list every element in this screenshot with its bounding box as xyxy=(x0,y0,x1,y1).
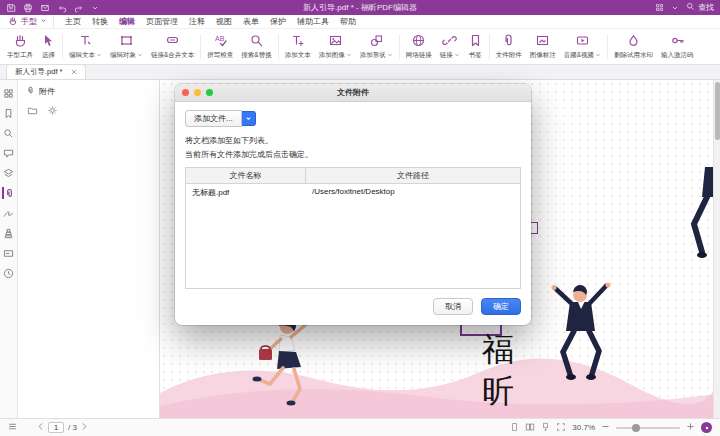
left-navigation-strip xyxy=(0,80,18,418)
close-window-button[interactable] xyxy=(182,89,189,96)
assistant-button[interactable] xyxy=(701,422,712,433)
menu-tab-view[interactable]: 视图 xyxy=(216,16,232,27)
mail-icon[interactable] xyxy=(40,3,50,13)
zoom-slider[interactable] xyxy=(616,427,680,429)
menu-tab-home[interactable]: 主页 xyxy=(65,16,81,27)
continuous-scroll-button[interactable] xyxy=(541,422,550,434)
ribbon-file-attachment[interactable]: 文件附件 xyxy=(492,29,526,64)
ribbon-audio-video[interactable]: 音频&视频 xyxy=(560,29,605,64)
image-annotation-icon xyxy=(535,33,550,49)
ribbon-label: 手型工具 xyxy=(7,51,33,60)
sidebar-comments[interactable] xyxy=(2,147,16,159)
menu-tab-accessibility[interactable]: 辅助工具 xyxy=(297,16,329,27)
document-tab[interactable]: 新人引导.pdf * xyxy=(6,64,86,79)
sidebar-fields[interactable] xyxy=(2,247,16,259)
attachments-panel: 附件 xyxy=(18,80,160,418)
facing-pages-view-button[interactable] xyxy=(525,422,535,434)
ribbon-label: 链接&合并文本 xyxy=(151,51,194,60)
sidebar-stamps[interactable] xyxy=(2,227,16,239)
ribbon-add-shapes[interactable]: 添加形状 xyxy=(356,29,397,64)
ribbon-link[interactable]: 链接 xyxy=(436,29,464,64)
hand-quick-tool[interactable]: 手型 xyxy=(8,16,54,28)
column-header-file-name[interactable]: 文件名称 xyxy=(186,168,306,183)
sidebar-thumbnails[interactable] xyxy=(2,87,16,99)
ribbon-link-merge-text[interactable]: 链接&合并文本 xyxy=(147,29,198,64)
add-shapes-icon xyxy=(369,33,384,49)
dropdown-chevron-icon xyxy=(346,52,352,59)
cancel-button[interactable]: 取消 xyxy=(433,298,473,315)
ribbon-hand-tool[interactable]: 手型工具 xyxy=(3,29,37,64)
next-page-button[interactable] xyxy=(81,422,88,433)
redo-icon[interactable] xyxy=(74,3,84,13)
ribbon-edit-text[interactable]: 编辑文本 xyxy=(65,29,106,64)
table-row[interactable]: 无标题.pdf /Users/foxitnet/Desktop xyxy=(186,184,520,201)
sidebar-signatures[interactable] xyxy=(2,207,16,219)
ribbon-add-image[interactable]: 添加图像 xyxy=(315,29,356,64)
fullscreen-button[interactable] xyxy=(556,422,566,434)
panel-menu-icon[interactable] xyxy=(8,422,17,433)
save-icon[interactable] xyxy=(6,3,16,13)
menu-tab-comment[interactable]: 注释 xyxy=(189,16,205,27)
titlebar-quick-actions xyxy=(6,3,99,13)
ribbon-bookmark[interactable]: 书签 xyxy=(464,29,487,64)
ribbon-web-links[interactable]: 网络链接 xyxy=(402,29,436,64)
previous-page-button[interactable] xyxy=(37,422,44,433)
ribbon-separator xyxy=(489,34,490,59)
window-title: 新人引导.pdf * - 福昕PDF编辑器 xyxy=(0,2,720,13)
sidebar-bookmarks[interactable] xyxy=(2,107,16,119)
zoom-window-button[interactable] xyxy=(206,89,213,96)
scrollbar-thumb[interactable] xyxy=(715,82,720,140)
ok-button[interactable]: 确定 xyxy=(481,298,521,315)
add-file-button[interactable]: 添加文件... xyxy=(185,110,242,127)
page-number-input[interactable]: 1 xyxy=(48,422,64,433)
page-char: 福 xyxy=(482,328,514,370)
minimize-window-button[interactable] xyxy=(194,89,201,96)
paperclip-icon xyxy=(26,86,35,97)
close-tab-icon[interactable] xyxy=(71,68,77,77)
menu-tab-edit[interactable]: 编辑 xyxy=(119,16,135,27)
zoom-level-label[interactable]: 30.7% xyxy=(572,423,595,432)
ribbon-label: 编辑文本 xyxy=(69,51,95,60)
menu-tab-protect[interactable]: 保护 xyxy=(270,16,286,27)
print-icon[interactable] xyxy=(23,3,33,13)
column-header-file-path[interactable]: 文件路径 xyxy=(306,168,520,183)
layout-grid-icon[interactable] xyxy=(655,3,664,12)
sidebar-history[interactable] xyxy=(2,267,16,279)
sidebar-search[interactable] xyxy=(2,127,16,139)
ribbon-image-annotation[interactable]: 图像标注 xyxy=(526,29,560,64)
dialog-titlebar[interactable]: 文件附件 xyxy=(175,84,531,102)
ribbon-enter-activation-code[interactable]: 输入激活码 xyxy=(657,29,698,64)
add-file-dropdown-button[interactable] xyxy=(242,111,256,126)
ribbon-remove-trial-watermark[interactable]: 删除试用水印 xyxy=(610,29,657,64)
find-button[interactable]: 查找 xyxy=(686,2,714,13)
ribbon-search-replace[interactable]: 搜索&替换 xyxy=(237,29,275,64)
ribbon-edit-object[interactable]: 编辑对象 xyxy=(106,29,147,64)
ribbon-label: 拼写检查 xyxy=(207,51,233,60)
dialog-title: 文件附件 xyxy=(337,87,369,98)
sidebar-attachments[interactable] xyxy=(2,187,16,199)
menu-tab-convert[interactable]: 转换 xyxy=(92,16,108,27)
sidebar-layers[interactable] xyxy=(2,167,16,179)
menu-tab-page-manage[interactable]: 页面管理 xyxy=(146,16,178,27)
chevron-down-icon xyxy=(40,17,47,26)
zoom-in-button[interactable] xyxy=(686,422,695,433)
dropdown-chevron-icon xyxy=(137,52,143,59)
menu-tab-help[interactable]: 帮助 xyxy=(340,16,356,27)
more-tools-chevron-icon[interactable] xyxy=(91,4,99,12)
undo-icon[interactable] xyxy=(57,3,67,13)
vertical-scrollbar[interactable] xyxy=(713,80,720,418)
single-page-view-button[interactable] xyxy=(510,422,519,434)
ribbon-label: 搜索&替换 xyxy=(241,51,271,60)
ribbon-add-text[interactable]: 添加文本 xyxy=(281,29,315,64)
find-label: 查找 xyxy=(698,2,714,13)
ribbon-label: 编辑对象 xyxy=(110,51,136,60)
view-chevron-icon[interactable] xyxy=(671,4,679,12)
open-attachment-button[interactable] xyxy=(27,102,38,120)
menu-tab-form[interactable]: 表单 xyxy=(243,16,259,27)
zoom-out-button[interactable] xyxy=(601,422,610,433)
ribbon-spell-check[interactable]: AB 拼写检查 xyxy=(203,29,237,64)
zoom-slider-thumb[interactable] xyxy=(632,424,640,432)
search-replace-icon xyxy=(249,33,264,49)
ribbon-select[interactable]: 选择 xyxy=(37,29,60,64)
attachment-settings-button[interactable] xyxy=(47,102,58,120)
